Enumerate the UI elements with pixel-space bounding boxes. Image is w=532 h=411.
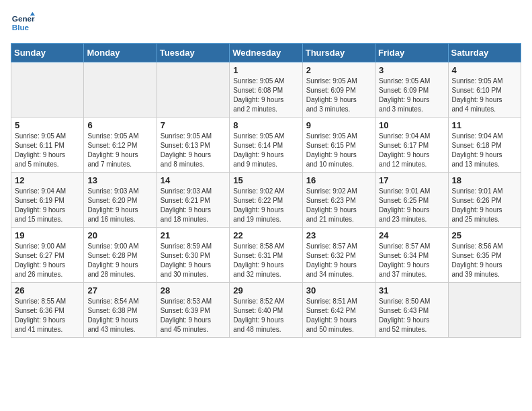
day-cell: 19Sunrise: 9:00 AM Sunset: 6:27 PM Dayli… [11,228,84,283]
day-info: Sunrise: 8:59 AM Sunset: 6:30 PM Dayligh… [161,242,226,279]
day-number: 10 [379,120,444,130]
day-cell: 24Sunrise: 8:57 AM Sunset: 6:34 PM Dayli… [375,228,448,283]
day-info: Sunrise: 9:05 AM Sunset: 6:09 PM Dayligh… [306,77,371,114]
day-info: Sunrise: 8:50 AM Sunset: 6:43 PM Dayligh… [379,297,444,334]
day-number: 19 [15,230,80,240]
header-saturday: Saturday [448,44,521,62]
day-cell: 3Sunrise: 9:05 AM Sunset: 6:09 PM Daylig… [375,62,448,118]
day-cell: 21Sunrise: 8:59 AM Sunset: 6:30 PM Dayli… [157,228,229,283]
day-cell [11,62,84,118]
day-number: 15 [233,175,298,185]
day-cell: 16Sunrise: 9:02 AM Sunset: 6:23 PM Dayli… [302,173,375,228]
day-cell: 4Sunrise: 9:05 AM Sunset: 6:10 PM Daylig… [448,62,521,118]
header-row: SundayMondayTuesdayWednesdayThursdayFrid… [11,44,521,62]
day-cell: 8Sunrise: 9:05 AM Sunset: 6:14 PM Daylig… [230,118,302,173]
day-number: 23 [306,230,371,240]
header-thursday: Thursday [302,44,375,62]
svg-text:Blue: Blue [12,23,30,32]
day-number: 24 [379,230,444,240]
day-cell: 1Sunrise: 9:05 AM Sunset: 6:08 PM Daylig… [230,62,302,118]
week-row-2: 5Sunrise: 9:05 AM Sunset: 6:11 PM Daylig… [11,118,521,173]
day-cell [84,62,157,118]
day-number: 3 [379,65,444,75]
day-info: Sunrise: 9:05 AM Sunset: 6:14 PM Dayligh… [233,132,298,169]
day-info: Sunrise: 9:05 AM Sunset: 6:10 PM Dayligh… [452,77,517,114]
day-info: Sunrise: 9:02 AM Sunset: 6:22 PM Dayligh… [233,187,298,224]
day-info: Sunrise: 9:02 AM Sunset: 6:23 PM Dayligh… [306,187,371,224]
day-info: Sunrise: 9:04 AM Sunset: 6:17 PM Dayligh… [379,132,444,169]
day-cell: 20Sunrise: 9:00 AM Sunset: 6:28 PM Dayli… [84,228,157,283]
day-number: 7 [161,120,226,130]
day-number: 18 [452,175,517,185]
week-row-4: 19Sunrise: 9:00 AM Sunset: 6:27 PM Dayli… [11,228,521,283]
day-cell: 14Sunrise: 9:03 AM Sunset: 6:21 PM Dayli… [157,173,229,228]
day-info: Sunrise: 8:57 AM Sunset: 6:34 PM Dayligh… [379,242,444,279]
week-row-5: 26Sunrise: 8:55 AM Sunset: 6:36 PM Dayli… [11,283,521,338]
day-info: Sunrise: 9:05 AM Sunset: 6:12 PM Dayligh… [87,132,152,169]
day-cell: 12Sunrise: 9:04 AM Sunset: 6:19 PM Dayli… [11,173,84,228]
day-info: Sunrise: 8:54 AM Sunset: 6:38 PM Dayligh… [87,297,152,334]
day-info: Sunrise: 8:51 AM Sunset: 6:42 PM Dayligh… [306,297,371,334]
day-info: Sunrise: 9:00 AM Sunset: 6:27 PM Dayligh… [15,242,80,279]
day-cell: 5Sunrise: 9:05 AM Sunset: 6:11 PM Daylig… [11,118,84,173]
header-tuesday: Tuesday [157,44,229,62]
day-cell: 28Sunrise: 8:53 AM Sunset: 6:39 PM Dayli… [157,283,229,338]
day-cell: 23Sunrise: 8:57 AM Sunset: 6:32 PM Dayli… [302,228,375,283]
day-cell: 27Sunrise: 8:54 AM Sunset: 6:38 PM Dayli… [84,283,157,338]
day-number: 27 [87,285,152,295]
day-number: 6 [87,120,152,130]
logo-icon: General Blue [11,11,35,35]
day-info: Sunrise: 8:55 AM Sunset: 6:36 PM Dayligh… [15,297,80,334]
day-info: Sunrise: 9:00 AM Sunset: 6:28 PM Dayligh… [87,242,152,279]
day-number: 30 [306,285,371,295]
day-info: Sunrise: 8:53 AM Sunset: 6:39 PM Dayligh… [161,297,226,334]
day-cell: 31Sunrise: 8:50 AM Sunset: 6:43 PM Dayli… [375,283,448,338]
day-cell: 7Sunrise: 9:05 AM Sunset: 6:13 PM Daylig… [157,118,229,173]
day-number: 1 [233,65,298,75]
page-header: General Blue [11,11,521,35]
day-number: 12 [15,175,80,185]
day-info: Sunrise: 9:05 AM Sunset: 6:13 PM Dayligh… [161,132,226,169]
day-number: 21 [161,230,226,240]
day-cell: 17Sunrise: 9:01 AM Sunset: 6:25 PM Dayli… [375,173,448,228]
day-number: 17 [379,175,444,185]
calendar-table: SundayMondayTuesdayWednesdayThursdayFrid… [11,43,521,338]
day-number: 28 [161,285,226,295]
day-number: 20 [87,230,152,240]
day-number: 29 [233,285,298,295]
day-info: Sunrise: 9:01 AM Sunset: 6:26 PM Dayligh… [452,187,517,224]
day-cell: 13Sunrise: 9:03 AM Sunset: 6:20 PM Dayli… [84,173,157,228]
day-number: 16 [306,175,371,185]
day-info: Sunrise: 8:52 AM Sunset: 6:40 PM Dayligh… [233,297,298,334]
week-row-1: 1Sunrise: 9:05 AM Sunset: 6:08 PM Daylig… [11,62,521,118]
day-cell: 10Sunrise: 9:04 AM Sunset: 6:17 PM Dayli… [375,118,448,173]
day-cell: 22Sunrise: 8:58 AM Sunset: 6:31 PM Dayli… [230,228,302,283]
day-info: Sunrise: 9:05 AM Sunset: 6:11 PM Dayligh… [15,132,80,169]
day-number: 26 [15,285,80,295]
day-cell [448,283,521,338]
header-monday: Monday [84,44,157,62]
day-number: 13 [87,175,152,185]
day-number: 5 [15,120,80,130]
day-number: 8 [233,120,298,130]
day-info: Sunrise: 8:57 AM Sunset: 6:32 PM Dayligh… [306,242,371,279]
day-cell: 29Sunrise: 8:52 AM Sunset: 6:40 PM Dayli… [230,283,302,338]
day-info: Sunrise: 9:05 AM Sunset: 6:15 PM Dayligh… [306,132,371,169]
day-cell: 6Sunrise: 9:05 AM Sunset: 6:12 PM Daylig… [84,118,157,173]
day-cell: 9Sunrise: 9:05 AM Sunset: 6:15 PM Daylig… [302,118,375,173]
day-cell [157,62,229,118]
day-number: 9 [306,120,371,130]
day-info: Sunrise: 8:58 AM Sunset: 6:31 PM Dayligh… [233,242,298,279]
day-cell: 11Sunrise: 9:04 AM Sunset: 6:18 PM Dayli… [448,118,521,173]
day-info: Sunrise: 9:01 AM Sunset: 6:25 PM Dayligh… [379,187,444,224]
day-info: Sunrise: 9:05 AM Sunset: 6:09 PM Dayligh… [379,77,444,114]
day-cell: 26Sunrise: 8:55 AM Sunset: 6:36 PM Dayli… [11,283,84,338]
day-cell: 25Sunrise: 8:56 AM Sunset: 6:35 PM Dayli… [448,228,521,283]
day-info: Sunrise: 9:04 AM Sunset: 6:19 PM Dayligh… [15,187,80,224]
header-friday: Friday [375,44,448,62]
header-sunday: Sunday [11,44,84,62]
day-number: 25 [452,230,517,240]
day-info: Sunrise: 9:03 AM Sunset: 6:20 PM Dayligh… [87,187,152,224]
day-number: 4 [452,65,517,75]
day-number: 2 [306,65,371,75]
